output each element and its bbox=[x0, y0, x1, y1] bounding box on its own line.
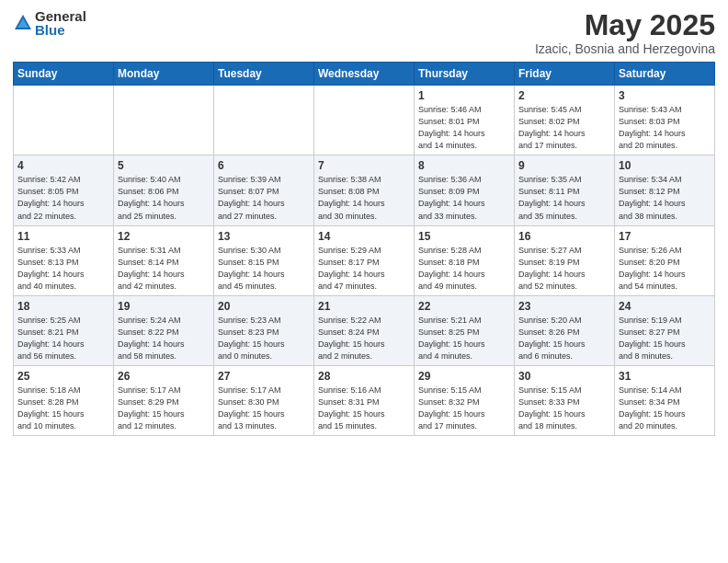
calendar-table: SundayMondayTuesdayWednesdayThursdayFrid… bbox=[13, 62, 715, 436]
day-number: 28 bbox=[318, 370, 410, 383]
month-title: May 2025 bbox=[535, 9, 715, 41]
calendar-cell: 3Sunrise: 5:43 AM Sunset: 8:03 PM Daylig… bbox=[615, 86, 715, 155]
calendar-week-row: 18Sunrise: 5:25 AM Sunset: 8:21 PM Dayli… bbox=[14, 295, 715, 365]
day-number: 16 bbox=[518, 230, 610, 243]
calendar-cell: 8Sunrise: 5:36 AM Sunset: 8:09 PM Daylig… bbox=[415, 155, 515, 225]
calendar-day-header: Thursday bbox=[415, 63, 515, 86]
day-number: 30 bbox=[518, 370, 610, 383]
calendar-day-header: Friday bbox=[515, 63, 615, 86]
day-number: 4 bbox=[17, 159, 109, 172]
day-detail: Sunrise: 5:18 AM Sunset: 8:28 PM Dayligh… bbox=[17, 385, 109, 432]
day-number: 25 bbox=[17, 370, 109, 383]
calendar-cell: 6Sunrise: 5:39 AM Sunset: 8:07 PM Daylig… bbox=[214, 155, 314, 225]
day-number: 31 bbox=[619, 370, 711, 383]
day-number: 29 bbox=[418, 370, 510, 383]
day-number: 11 bbox=[17, 230, 109, 243]
day-number: 21 bbox=[318, 300, 410, 313]
day-detail: Sunrise: 5:35 AM Sunset: 8:11 PM Dayligh… bbox=[518, 174, 610, 222]
title-block: May 2025 Izacic, Bosnia and Herzegovina bbox=[535, 9, 715, 56]
day-number: 24 bbox=[619, 300, 711, 313]
day-number: 14 bbox=[318, 230, 410, 243]
day-detail: Sunrise: 5:17 AM Sunset: 8:29 PM Dayligh… bbox=[118, 385, 210, 432]
day-number: 20 bbox=[218, 300, 310, 313]
calendar-day-header: Sunday bbox=[14, 63, 114, 86]
day-number: 10 bbox=[619, 159, 711, 172]
calendar-cell: 12Sunrise: 5:31 AM Sunset: 8:14 PM Dayli… bbox=[114, 225, 214, 295]
calendar-cell: 23Sunrise: 5:20 AM Sunset: 8:26 PM Dayli… bbox=[515, 295, 615, 365]
day-detail: Sunrise: 5:22 AM Sunset: 8:24 PM Dayligh… bbox=[318, 315, 410, 362]
day-number: 15 bbox=[418, 230, 510, 243]
calendar-cell: 13Sunrise: 5:30 AM Sunset: 8:15 PM Dayli… bbox=[214, 225, 314, 295]
logo-general-text: General bbox=[35, 9, 86, 23]
calendar-cell: 24Sunrise: 5:19 AM Sunset: 8:27 PM Dayli… bbox=[615, 295, 715, 365]
logo-blue-text: Blue bbox=[35, 23, 86, 37]
day-detail: Sunrise: 5:25 AM Sunset: 8:21 PM Dayligh… bbox=[17, 315, 109, 362]
day-number: 18 bbox=[17, 300, 109, 313]
calendar-cell: 15Sunrise: 5:28 AM Sunset: 8:18 PM Dayli… bbox=[415, 225, 515, 295]
calendar-cell: 2Sunrise: 5:45 AM Sunset: 8:02 PM Daylig… bbox=[515, 86, 615, 155]
day-detail: Sunrise: 5:15 AM Sunset: 8:33 PM Dayligh… bbox=[518, 385, 610, 432]
location: Izacic, Bosnia and Herzegovina bbox=[535, 41, 715, 56]
day-detail: Sunrise: 5:42 AM Sunset: 8:05 PM Dayligh… bbox=[17, 174, 109, 222]
calendar-cell: 20Sunrise: 5:23 AM Sunset: 8:23 PM Dayli… bbox=[214, 295, 314, 365]
calendar-header-row: SundayMondayTuesdayWednesdayThursdayFrid… bbox=[14, 63, 715, 86]
day-number: 26 bbox=[118, 370, 210, 383]
calendar-cell bbox=[114, 86, 214, 155]
calendar-day-header: Wednesday bbox=[314, 63, 415, 86]
day-detail: Sunrise: 5:27 AM Sunset: 8:19 PM Dayligh… bbox=[518, 245, 610, 293]
day-number: 5 bbox=[118, 159, 210, 172]
day-number: 2 bbox=[518, 89, 610, 102]
day-number: 7 bbox=[318, 159, 410, 172]
calendar-cell: 7Sunrise: 5:38 AM Sunset: 8:08 PM Daylig… bbox=[314, 155, 415, 225]
day-number: 17 bbox=[619, 230, 711, 243]
day-detail: Sunrise: 5:36 AM Sunset: 8:09 PM Dayligh… bbox=[418, 174, 510, 222]
calendar-cell bbox=[214, 86, 314, 155]
calendar-cell: 19Sunrise: 5:24 AM Sunset: 8:22 PM Dayli… bbox=[114, 295, 214, 365]
day-detail: Sunrise: 5:15 AM Sunset: 8:32 PM Dayligh… bbox=[418, 385, 510, 432]
day-number: 9 bbox=[518, 159, 610, 172]
day-detail: Sunrise: 5:28 AM Sunset: 8:18 PM Dayligh… bbox=[418, 245, 510, 293]
calendar-day-header: Tuesday bbox=[214, 63, 314, 86]
day-detail: Sunrise: 5:21 AM Sunset: 8:25 PM Dayligh… bbox=[418, 315, 510, 362]
day-detail: Sunrise: 5:39 AM Sunset: 8:07 PM Dayligh… bbox=[218, 174, 310, 222]
calendar-cell bbox=[14, 86, 114, 155]
calendar-cell: 11Sunrise: 5:33 AM Sunset: 8:13 PM Dayli… bbox=[14, 225, 114, 295]
day-detail: Sunrise: 5:16 AM Sunset: 8:31 PM Dayligh… bbox=[318, 385, 410, 432]
calendar-cell: 26Sunrise: 5:17 AM Sunset: 8:29 PM Dayli… bbox=[114, 365, 214, 435]
day-detail: Sunrise: 5:26 AM Sunset: 8:20 PM Dayligh… bbox=[619, 245, 711, 293]
day-detail: Sunrise: 5:30 AM Sunset: 8:15 PM Dayligh… bbox=[218, 245, 310, 293]
calendar-day-header: Saturday bbox=[615, 63, 715, 86]
day-detail: Sunrise: 5:45 AM Sunset: 8:02 PM Dayligh… bbox=[518, 104, 610, 152]
calendar-cell: 18Sunrise: 5:25 AM Sunset: 8:21 PM Dayli… bbox=[14, 295, 114, 365]
day-detail: Sunrise: 5:17 AM Sunset: 8:30 PM Dayligh… bbox=[218, 385, 310, 432]
calendar-cell: 9Sunrise: 5:35 AM Sunset: 8:11 PM Daylig… bbox=[515, 155, 615, 225]
calendar-cell: 31Sunrise: 5:14 AM Sunset: 8:34 PM Dayli… bbox=[615, 365, 715, 435]
day-detail: Sunrise: 5:38 AM Sunset: 8:08 PM Dayligh… bbox=[318, 174, 410, 222]
calendar-cell: 27Sunrise: 5:17 AM Sunset: 8:30 PM Dayli… bbox=[214, 365, 314, 435]
day-detail: Sunrise: 5:33 AM Sunset: 8:13 PM Dayligh… bbox=[17, 245, 109, 293]
day-number: 1 bbox=[418, 89, 510, 102]
calendar-week-row: 4Sunrise: 5:42 AM Sunset: 8:05 PM Daylig… bbox=[14, 155, 715, 225]
calendar-cell: 21Sunrise: 5:22 AM Sunset: 8:24 PM Dayli… bbox=[314, 295, 415, 365]
calendar-cell: 14Sunrise: 5:29 AM Sunset: 8:17 PM Dayli… bbox=[314, 225, 415, 295]
logo: General Blue bbox=[13, 9, 86, 37]
day-detail: Sunrise: 5:43 AM Sunset: 8:03 PM Dayligh… bbox=[619, 104, 711, 152]
calendar-cell: 29Sunrise: 5:15 AM Sunset: 8:32 PM Dayli… bbox=[415, 365, 515, 435]
day-number: 22 bbox=[418, 300, 510, 313]
calendar-week-row: 25Sunrise: 5:18 AM Sunset: 8:28 PM Dayli… bbox=[14, 365, 715, 435]
day-number: 8 bbox=[418, 159, 510, 172]
page: General Blue May 2025 Izacic, Bosnia and… bbox=[0, 0, 728, 563]
calendar-cell: 17Sunrise: 5:26 AM Sunset: 8:20 PM Dayli… bbox=[615, 225, 715, 295]
calendar-week-row: 1Sunrise: 5:46 AM Sunset: 8:01 PM Daylig… bbox=[14, 86, 715, 155]
day-number: 27 bbox=[218, 370, 310, 383]
day-detail: Sunrise: 5:23 AM Sunset: 8:23 PM Dayligh… bbox=[218, 315, 310, 362]
calendar-cell: 5Sunrise: 5:40 AM Sunset: 8:06 PM Daylig… bbox=[114, 155, 214, 225]
day-number: 13 bbox=[218, 230, 310, 243]
calendar-cell: 4Sunrise: 5:42 AM Sunset: 8:05 PM Daylig… bbox=[14, 155, 114, 225]
calendar-cell: 25Sunrise: 5:18 AM Sunset: 8:28 PM Dayli… bbox=[14, 365, 114, 435]
day-detail: Sunrise: 5:20 AM Sunset: 8:26 PM Dayligh… bbox=[518, 315, 610, 362]
day-detail: Sunrise: 5:34 AM Sunset: 8:12 PM Dayligh… bbox=[619, 174, 711, 222]
header: General Blue May 2025 Izacic, Bosnia and… bbox=[13, 9, 715, 56]
day-detail: Sunrise: 5:19 AM Sunset: 8:27 PM Dayligh… bbox=[619, 315, 711, 362]
day-detail: Sunrise: 5:29 AM Sunset: 8:17 PM Dayligh… bbox=[318, 245, 410, 293]
